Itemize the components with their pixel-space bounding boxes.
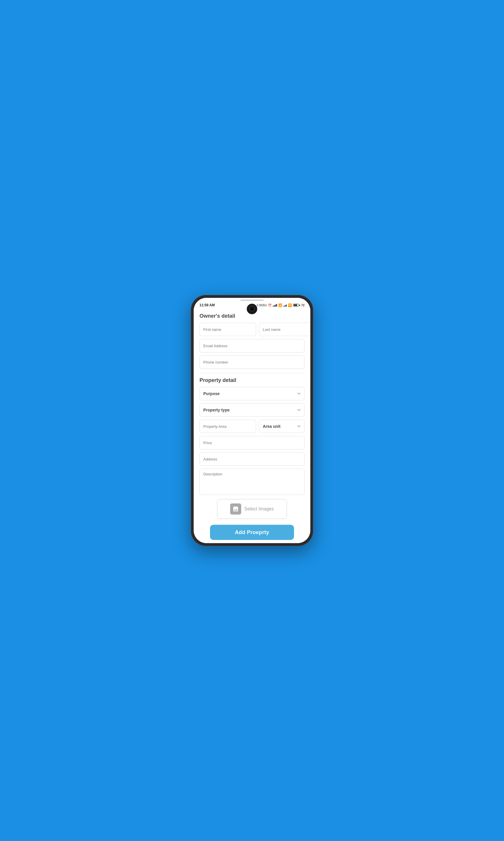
phone-frame: 11:59 AM 3.9KB/s ⏰ 📶 [191,295,313,546]
description-input[interactable] [199,469,305,495]
property-area-input[interactable] [199,419,256,433]
battery-level: 72 [301,304,305,307]
property-section-title: Property detail [199,377,305,383]
phone-row [199,355,305,369]
section-divider [199,373,305,373]
signal-bars [273,304,277,307]
status-right: 3.9KB/s ⏰ 📶 🛜 [257,304,305,307]
email-row [199,339,305,353]
last-name-input[interactable] [259,323,310,336]
area-row: Area unit sqft sqm marla kanal [199,419,305,433]
signal-bars-2 [284,304,287,307]
select-images-label: Select Images [244,507,274,512]
add-property-button[interactable]: Add Proeprty [210,525,294,540]
camera-bump [247,304,257,314]
network-speed: 3.9KB/s [257,304,267,307]
phone-input[interactable] [199,355,305,369]
battery-icon [293,304,300,307]
price-input[interactable] [199,436,305,449]
email-input[interactable] [199,339,305,353]
screen-content: Owner's detail Property detail Purpose F… [194,309,310,543]
price-row [199,436,305,449]
alarm-icon: ⏰ [268,304,272,307]
image-svg [232,506,239,512]
wifi-icon: 📶 [278,304,282,307]
address-row [199,452,305,466]
camera-lens [249,306,255,312]
purpose-select[interactable]: Purpose For Sale For Rent [199,387,305,400]
notch-pill [240,299,264,301]
first-name-input[interactable] [199,323,256,336]
phone-screen: 11:59 AM 3.9KB/s ⏰ 📶 [194,298,310,543]
area-unit-select[interactable]: Area unit sqft sqm marla kanal [259,419,305,433]
image-icon [230,503,241,515]
property-type-select[interactable]: Property type House Apartment Commercial [199,403,305,417]
name-row [199,323,305,336]
address-input[interactable] [199,452,305,466]
select-images-button[interactable]: Select Images [217,499,287,519]
wifi-symbol: 🛜 [288,304,292,307]
status-time: 11:59 AM [199,303,215,307]
